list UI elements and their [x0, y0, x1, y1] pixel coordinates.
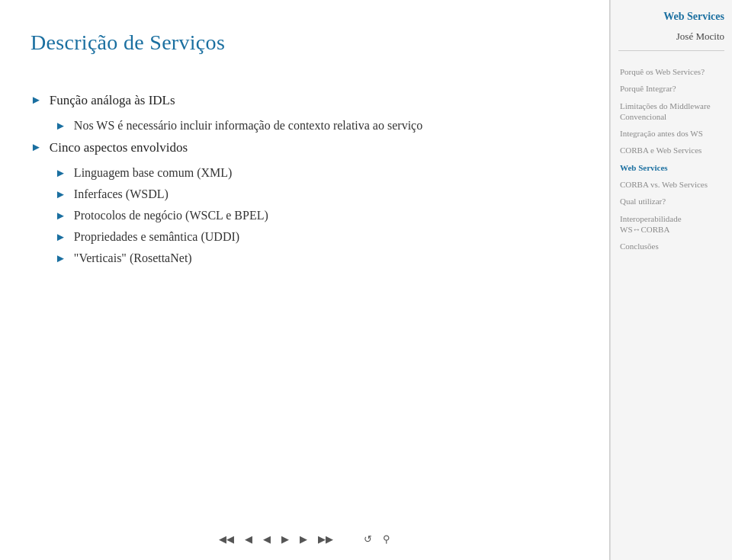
sidebar-nav-item-2[interactable]: Limitações do Middleware Convencional: [618, 98, 724, 126]
sidebar: Web Services José Mocito Porquê os Web S…: [610, 0, 732, 560]
bullet-item-1: ► Função análoga às IDLs: [30, 93, 579, 108]
bullet-sub-1-1: ► Nos WS é necessário incluir informação…: [30, 119, 579, 133]
bullet-sub-text-2-3: Protocolos de negócio (WSCL e BPEL): [74, 209, 268, 222]
nav-bar: ◀◀ ◀ ◀ ▶ ▶ ▶▶ ↺ ⚲: [0, 526, 609, 552]
arrow-icon-sub-2-2: ►: [55, 188, 66, 201]
sidebar-nav-item-4[interactable]: CORBA e Web Services: [618, 142, 724, 158]
arrow-icon-2: ►: [30, 141, 42, 154]
bullet-sub-2-1: ► Linguagem base comum (XML): [30, 166, 579, 180]
arrow-icon-sub-1-1: ►: [55, 120, 66, 133]
sidebar-author: José Mocito: [618, 30, 724, 51]
nav-fwd-button[interactable]: ▶: [297, 532, 310, 546]
sidebar-nav-item-0[interactable]: Porquê os Web Services?: [618, 63, 724, 80]
bullet-text-1: Função análoga às IDLs: [50, 93, 175, 108]
sidebar-nav-item-6[interactable]: CORBA vs. Web Services: [618, 176, 724, 193]
sidebar-nav-item-7[interactable]: Qual utilizar?: [618, 193, 724, 210]
bullet-sub-text-1-1: Nos WS é necessário incluir informação d…: [74, 119, 422, 133]
sidebar-nav-item-3[interactable]: Integração antes dos WS: [618, 125, 724, 142]
sidebar-nav-item-5[interactable]: Web Services: [618, 159, 724, 176]
nav-end-button[interactable]: ▶▶: [315, 532, 336, 546]
bullet-sub-2-3: ► Protocolos de negócio (WSCL e BPEL): [30, 209, 579, 222]
nav-section-back-button[interactable]: ◀: [260, 532, 274, 546]
nav-section-fwd-button[interactable]: ▶: [278, 532, 292, 546]
nav-undo-button[interactable]: ↺: [361, 532, 375, 546]
bullet-sub-text-2-5: "Verticais" (RosettaNet): [74, 251, 192, 265]
sidebar-nav-item-9[interactable]: Conclusões: [618, 238, 724, 254]
arrow-icon-1: ►: [30, 94, 42, 107]
sidebar-nav-item-1[interactable]: Porquê Integrar?: [618, 80, 724, 97]
bullet-sub-text-2-2: Inferfaces (WSDL): [74, 187, 169, 201]
arrow-icon-sub-2-3: ►: [55, 210, 66, 222]
nav-search-button[interactable]: ⚲: [380, 532, 393, 546]
sidebar-title: Web Services: [618, 11, 724, 27]
bullet-sub-text-2-4: Propriedades e semântica (UDDI): [74, 230, 239, 244]
arrow-icon-sub-2-4: ►: [55, 231, 66, 244]
arrow-icon-sub-2-5: ►: [55, 252, 66, 265]
bullet-sub-2-5: ► "Verticais" (RosettaNet): [30, 251, 579, 265]
arrow-icon-sub-2-1: ►: [55, 167, 66, 180]
bullet-sub-2-2: ► Inferfaces (WSDL): [30, 187, 579, 201]
bullet-list: ► Função análoga às IDLs ► Nos WS é nece…: [30, 93, 579, 265]
bullet-sub-text-2-1: Linguagem base comum (XML): [74, 166, 233, 180]
nav-back-button[interactable]: ◀: [242, 532, 255, 546]
bullet-text-2: Cinco aspectos envolvidos: [50, 140, 188, 155]
bullet-sub-2-4: ► Propriedades e semântica (UDDI): [30, 230, 579, 244]
bullet-item-2: ► Cinco aspectos envolvidos: [30, 140, 579, 155]
main-content: Descrição de Serviços ► Função análoga à…: [0, 0, 609, 560]
slide-title: Descrição de Serviços: [30, 30, 579, 55]
nav-start-button[interactable]: ◀◀: [216, 532, 237, 546]
sidebar-nav-item-8[interactable]: Interoperabilidade WS↔CORBA: [618, 210, 724, 238]
